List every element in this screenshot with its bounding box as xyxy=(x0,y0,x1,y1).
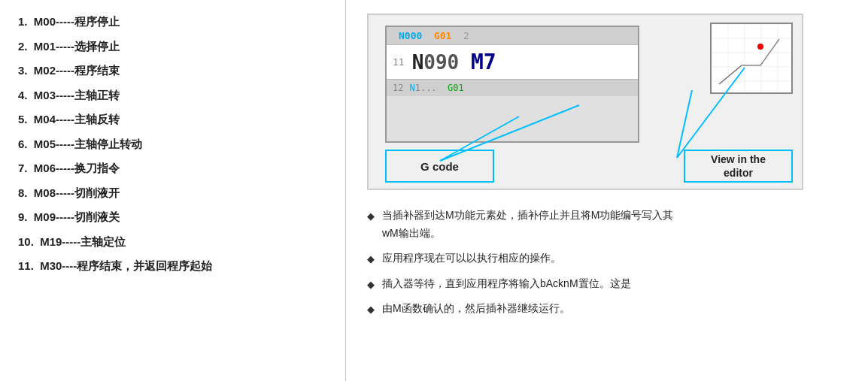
mcode-item: 6. M05-----主轴停止转动 xyxy=(18,136,327,153)
right-panel: N000 G01 2 11 N090 M7 12 N1... G01 xyxy=(346,0,868,381)
bullet-line1: 当插补器到达M功能元素处，插补停止并且将M功能编号写入其 xyxy=(382,209,673,221)
row3-g01: G01 xyxy=(448,83,464,93)
mcode-item: 7. M06-----换刀指令 xyxy=(18,160,327,177)
bullet-text: 应用程序现在可以以执行相应的操作。 xyxy=(382,249,847,266)
thumbnail-box xyxy=(710,23,793,94)
gcode-row-top: N000 G01 2 xyxy=(387,27,638,45)
row3-content: 1... xyxy=(415,83,437,93)
bullet-line1: 插入器等待，直到应用程序将输入bAcknM置位。这是 xyxy=(382,277,631,289)
bullet-line1: 应用程序现在可以以执行相应的操作。 xyxy=(382,252,561,264)
row1-g: G01 xyxy=(434,30,451,41)
gcode-label: G code xyxy=(420,160,459,173)
thumbnail-svg xyxy=(712,24,793,94)
mcode-item: 11. M30----程序结束，并返回程序起始 xyxy=(18,258,327,275)
mcode-item: 10. M19-----主轴定位 xyxy=(18,234,327,251)
bullet-item: ◆由M函数确认的，然后插补器继续运行。 xyxy=(367,300,847,318)
left-panel: 1. M00-----程序停止2. M01-----选择停止3. M02----… xyxy=(0,0,346,381)
mcode-item: 4. M03-----主轴正转 xyxy=(18,87,327,104)
row1-extra: 2 xyxy=(463,30,469,41)
mcode-item: 5. M04-----主轴反转 xyxy=(18,111,327,129)
bullet-text: 由M函数确认的，然后插补器继续运行。 xyxy=(382,300,847,316)
row3-linenum: 12 xyxy=(393,83,403,93)
bullet-diamond: ◆ xyxy=(367,252,375,268)
bullet-diamond: ◆ xyxy=(367,209,375,225)
row2-linenum: 11 xyxy=(393,56,405,68)
bullet-diamond: ◆ xyxy=(367,277,375,293)
callout-editor: View in theeditor xyxy=(684,150,793,183)
gcode-row-bottom: 12 N1... G01 xyxy=(387,80,638,96)
bullet-item: ◆插入器等待，直到应用程序将输入bAcknM置位。这是 xyxy=(367,275,847,293)
row2-zero: 090 xyxy=(423,51,459,74)
bullet-text: 当插补器到达M功能元素处，插补停止并且将M功能编号写入其wM输出端。 xyxy=(382,207,847,242)
row2-m7: M7 xyxy=(471,50,496,74)
gcode-screen: N000 G01 2 11 N090 M7 12 N1... G01 xyxy=(385,26,639,143)
svg-line-15 xyxy=(677,90,692,158)
bullet-item: ◆当插补器到达M功能元素处，插补停止并且将M功能编号写入其wM输出端。 xyxy=(367,207,847,242)
bullet-diamond: ◆ xyxy=(367,302,375,318)
bullet-section: ◆当插补器到达M功能元素处，插补停止并且将M功能编号写入其wM输出端。◆应用程序… xyxy=(367,207,847,318)
mcode-item: 2. M01-----选择停止 xyxy=(18,38,327,56)
mcode-item: 1. M00-----程序停止 xyxy=(18,14,327,31)
bullet-line1: 由M函数确认的，然后插补器继续运行。 xyxy=(382,302,570,314)
thumbnail-inner xyxy=(712,24,791,92)
mcode-list: 1. M00-----程序停止2. M01-----选择停止3. M02----… xyxy=(18,14,327,275)
mcode-item: 9. M09-----切削液关 xyxy=(18,209,327,226)
callout-gcode: G code xyxy=(385,150,494,183)
mcode-item: 3. M02-----程序结束 xyxy=(18,62,327,80)
row2-n: N xyxy=(412,51,424,74)
gcode-main-row: 11 N090 M7 xyxy=(387,45,638,80)
editor-label: View in theeditor xyxy=(711,153,766,180)
mcode-item: 8. M08-----切削液开 xyxy=(18,185,327,202)
diagram-container: N000 G01 2 11 N090 M7 12 N1... G01 xyxy=(367,14,803,190)
bullet-text: 插入器等待，直到应用程序将输入bAcknM置位。这是 xyxy=(382,275,847,292)
bullet-item: ◆应用程序现在可以以执行相应的操作。 xyxy=(367,249,847,268)
row3-n: N xyxy=(409,83,414,93)
bullet-line2: wM输出端。 xyxy=(382,225,847,241)
svg-point-12 xyxy=(757,44,763,50)
row1-n: N000 xyxy=(399,30,422,41)
